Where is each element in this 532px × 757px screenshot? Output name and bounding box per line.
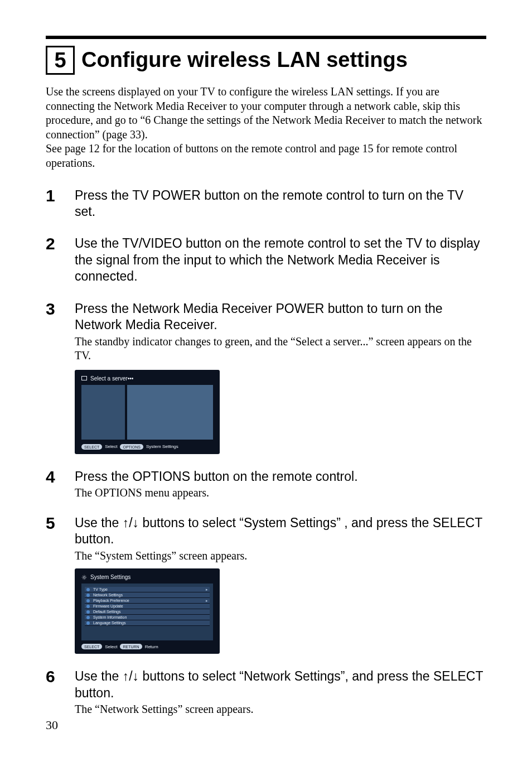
step-heading: Use the ↑/↓ buttons to select “System Se… (75, 515, 486, 548)
step-detail: The OPTIONS menu appears. (75, 486, 486, 500)
tv-header-label: Select a server••• (90, 375, 133, 382)
menu-list: TV Type▸ Network Settings Playback Prefe… (81, 584, 213, 640)
return-pill: RETURN (120, 644, 142, 649)
step-number: 4 (46, 469, 62, 500)
tv-panels (81, 385, 213, 440)
tv-left-panel (81, 385, 125, 440)
step-number: 3 (46, 301, 62, 454)
menu-item-label: System Information (93, 615, 127, 619)
step-number: 5 (46, 515, 62, 654)
menu-item: TV Type▸ (85, 587, 210, 592)
menu-item-label: Firmware Update (93, 604, 123, 608)
select-pill: SELECT (81, 644, 102, 649)
options-pill: OPTIONS (120, 444, 143, 450)
tv-header: Select a server••• (81, 375, 213, 382)
bullet-icon (86, 610, 90, 614)
select-pill: SELECT (81, 444, 102, 450)
tv-screenshot-select-server: Select a server••• SELECT Select OPTIONS… (75, 370, 220, 454)
select-label: Select (105, 444, 117, 449)
step-detail: The “System Settings” screen appears. (75, 549, 486, 563)
menu-item: Language Settings (85, 620, 210, 626)
tv-header-label: System Settings (90, 574, 130, 580)
gear-icon (81, 575, 87, 580)
up-down-arrows-icon: ↑/↓ (123, 669, 139, 683)
step-heading: Press the Network Media Receiver POWER b… (75, 301, 486, 334)
step-5: 5 Use the ↑/↓ buttons to select “System … (46, 515, 486, 654)
step-detail: The standby indicator changes to green, … (75, 335, 486, 363)
step-detail: The “Network Settings” screen appears. (75, 702, 486, 717)
return-label: Return (145, 644, 158, 649)
tv-right-panel (127, 385, 213, 440)
step-heading: Press the TV POWER button on the remote … (75, 187, 486, 220)
step-6: 6 Use the ↑/↓ buttons to select “Network… (46, 668, 486, 716)
menu-item: Firmware Update (85, 604, 210, 609)
intro-paragraph-1: Use the screens displayed on your TV to … (46, 85, 482, 141)
step-3: 3 Press the Network Media Receiver POWER… (46, 301, 486, 454)
step-heading: Use the ↑/↓ buttons to select “Network S… (75, 668, 486, 701)
section-number-box: 5 (46, 46, 75, 75)
tv-footer: SELECT Select OPTIONS System Settings (81, 444, 213, 450)
numbered-steps: 1 Press the TV POWER button on the remot… (46, 187, 486, 717)
bullet-icon (86, 599, 90, 602)
intro-text: Use the screens displayed on your TV to … (46, 85, 486, 171)
up-down-arrows-icon: ↑/↓ (123, 515, 139, 530)
tv-screenshot-system-settings: System Settings TV Type▸ Network Setting… (75, 568, 220, 654)
select-label: Select (105, 644, 117, 649)
menu-item-label: Language Settings (93, 621, 125, 625)
intro-paragraph-2: See page 12 for the location of buttons … (46, 142, 457, 169)
tv-header: System Settings (81, 574, 213, 580)
step-number: 2 (46, 235, 62, 286)
step-heading: Press the OPTIONS button on the remote c… (75, 469, 486, 485)
screen-icon (81, 376, 87, 380)
chevron-right-icon: ▸ (206, 587, 208, 592)
menu-item-label: TV Type (93, 587, 108, 591)
step-heading: Use the TV/VIDEO button on the remote co… (75, 235, 486, 285)
menu-item-label: Default Settings (93, 610, 120, 614)
bullet-icon (86, 616, 90, 619)
step-1: 1 Press the TV POWER button on the remot… (46, 187, 486, 221)
bullet-icon (86, 588, 90, 591)
menu-item: Network Settings (85, 592, 210, 598)
chevron-right-icon: ▸ (206, 599, 208, 603)
step-4: 4 Press the OPTIONS button on the remote… (46, 469, 486, 500)
bullet-icon (86, 594, 90, 597)
step-2: 2 Use the TV/VIDEO button on the remote … (46, 235, 486, 286)
tv-footer: SELECT Select RETURN Return (81, 644, 213, 649)
svg-point-0 (83, 576, 85, 578)
menu-item-label: Network Settings (93, 593, 123, 597)
page-number: 30 (46, 718, 58, 732)
options-label: System Settings (146, 444, 178, 449)
menu-item: System Information (85, 615, 210, 620)
section-rule (46, 36, 486, 39)
title-row: 5 Configure wireless LAN settings (46, 46, 486, 75)
bullet-icon (86, 605, 90, 608)
menu-item: Playback Preference▸ (85, 598, 210, 604)
menu-item-label: Playback Preference (93, 599, 129, 602)
step-heading-pre: Use the (75, 669, 123, 683)
step-number: 1 (46, 187, 62, 221)
step-heading-pre: Use the (75, 515, 123, 530)
bullet-icon (86, 621, 90, 625)
menu-item: Default Settings (85, 609, 210, 615)
step-number: 6 (46, 668, 62, 716)
page-title: Configure wireless LAN settings (81, 49, 408, 72)
